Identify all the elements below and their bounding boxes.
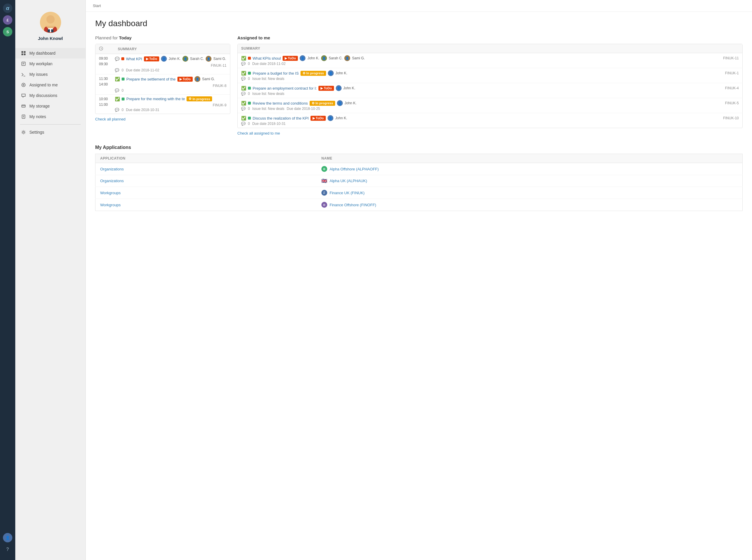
comment-count: 0 — [248, 62, 250, 66]
alpha-icon[interactable]: α — [3, 3, 12, 13]
svg-rect-11 — [21, 54, 23, 55]
user-john: John K. — [169, 57, 181, 61]
app-name-org2[interactable]: 🇬🇧 Alpha UK (ALPHAUK) — [321, 178, 738, 184]
app-name-wg2[interactable]: ⊛ Finance Offshore (FINOFF) — [321, 202, 738, 208]
comment-count: 0 — [122, 108, 124, 112]
due-date: Due date 2018-11-02 — [252, 62, 286, 66]
sidebar-item-label: My discussions — [29, 93, 57, 98]
sidebar-item-label: My dashboard — [29, 51, 56, 56]
row-sub: 💬 0 Due date 2018-11-02 — [115, 68, 226, 72]
time-start: 10:00 — [99, 96, 113, 102]
assigned-row-main: ✅ Prepare an employment contract for I: … — [241, 85, 739, 91]
pound-icon[interactable]: £ — [3, 15, 12, 25]
status-check: ✅ — [241, 101, 246, 105]
avatar-sami: 👤 — [344, 55, 350, 61]
assigned-row-main: ✅ Review the terms and conditions ⚙ In p… — [241, 100, 739, 106]
app-name-wg1[interactable]: ₣ Finance UK (FINUK) — [321, 190, 738, 196]
app-link-wg1[interactable]: Workgroups — [100, 191, 121, 195]
todo-badge: ▶ ToDo — [178, 77, 193, 82]
todo-badge: ▶ ToDo — [283, 56, 298, 61]
svg-point-17 — [22, 83, 25, 87]
sidebar-item-label: My storage — [29, 104, 49, 108]
task-title[interactable]: Prepare the settlement of the — [126, 77, 176, 81]
s-icon[interactable]: S — [3, 27, 12, 36]
status-check: ✅ — [241, 116, 246, 120]
assigned-row-sub: 💬 0 Issue list: New deals — [241, 92, 739, 96]
inprogress-badge: ⚙ In progress — [301, 71, 326, 76]
task-title[interactable]: Discuss the realization of the KPI — [252, 116, 309, 120]
row-content: ✅ Prepare for the meeting with the te ⚙ … — [115, 96, 226, 112]
color-indicator — [248, 102, 251, 105]
time-end: 14:00 — [99, 82, 113, 87]
content-area: My dashboard Planned for Today SUMMARY — [86, 12, 752, 218]
comment-count: 0 — [122, 88, 124, 93]
todo-badge: ▶ ToDo — [319, 86, 334, 91]
sidebar-item-my-discussions[interactable]: My discussions — [15, 90, 85, 101]
svg-rect-10 — [24, 51, 25, 53]
app-link-org1[interactable]: Organizations — [100, 167, 124, 171]
check-all-assigned[interactable]: Check all assigned to me — [237, 131, 280, 136]
color-indicator — [122, 98, 125, 100]
check-all-planned[interactable]: Check all planned — [95, 117, 125, 121]
task-title[interactable]: Prepare an employment contract for I: — [252, 86, 317, 91]
sidebar-item-settings[interactable]: Settings — [15, 127, 85, 138]
user-icon[interactable]: 👤 — [3, 533, 12, 542]
time-end: 11:00 — [99, 102, 113, 107]
task-title[interactable]: Review the terms and conditions — [252, 101, 308, 105]
assigned-title: Assigned to me — [237, 35, 743, 40]
help-icon[interactable]: ? — [3, 545, 12, 554]
wg-icon-offshore: ⊛ — [321, 202, 327, 208]
sidebar-item-my-issues[interactable]: My issues — [15, 69, 85, 80]
svg-rect-8 — [51, 29, 54, 32]
sidebar-item-my-notes[interactable]: My notes — [15, 111, 85, 122]
sidebar-item-my-dashboard[interactable]: My dashboard — [15, 48, 85, 58]
applications-section: My Applications APPLICATION NAME Organiz… — [95, 145, 743, 211]
color-indicator — [248, 117, 251, 120]
avatar-john: 👤 — [161, 56, 167, 62]
comment-count: 0 — [122, 68, 124, 72]
app-link-wg2[interactable]: Workgroups — [100, 203, 121, 207]
breadcrumb: Start — [86, 0, 752, 12]
color-indicator — [248, 57, 251, 60]
svg-rect-5 — [45, 27, 47, 32]
app-name-org1[interactable]: ⊕ Alpha Offshore (ALPHAOFF) — [321, 166, 738, 172]
svg-point-18 — [23, 84, 24, 85]
issue-list: Issue list: New deals — [252, 92, 284, 96]
time-start: 09:00 — [99, 56, 113, 61]
avatar-sarah: 👤 — [321, 55, 327, 61]
task-title[interactable]: What KPIs shoul — [252, 56, 281, 61]
issue-list: Issue list: New deals — [252, 77, 284, 81]
color-indicator — [122, 78, 125, 80]
sidebar-item-my-storage[interactable]: My storage — [15, 101, 85, 111]
planned-table: SUMMARY 09:00 09:30 💬 What KPI — [95, 44, 230, 114]
chat-bubble: 💬 — [241, 122, 246, 126]
row-sub: 💬 0 Due date 2018-10-31 — [115, 108, 226, 112]
todo-badge: ▶ ToDo — [144, 56, 159, 61]
sidebar-item-label: Assigned to me — [29, 83, 58, 87]
task-title[interactable]: Prepare a budget for the IS — [252, 71, 299, 76]
table-row: Organizations 🇬🇧 Alpha UK (ALPHAUK) — [96, 175, 743, 187]
color-indicator — [121, 57, 124, 60]
avatar-sarah: 👤 — [182, 56, 188, 62]
due-date: Due date 2018-11-02 — [126, 68, 159, 72]
color-indicator — [248, 72, 251, 75]
user-sarah: Sarah C. — [190, 57, 204, 61]
table-row: 10:00 11:00 ✅ Prepare for the meeting wi… — [96, 95, 230, 114]
nav-menu: My dashboard My workplan My issues Assig… — [15, 47, 85, 139]
sidebar-item-assigned-to-me[interactable]: Assigned to me — [15, 80, 85, 90]
status-check: ✅ — [241, 56, 246, 61]
comment-count: 0 — [248, 122, 250, 126]
table-row: Organizations ⊕ Alpha Offshore (ALPHAOFF… — [96, 163, 743, 175]
task-title[interactable]: What KPI — [126, 57, 142, 61]
sidebar-item-label: My notes — [29, 114, 46, 119]
table-row: ✅ Prepare a budget for the IS ⚙ In progr… — [238, 68, 742, 83]
inprogress-badge: ⚙ In progress — [186, 96, 212, 101]
sidebar-item-my-workplan[interactable]: My workplan — [15, 58, 85, 69]
chat-bubble: 💬 — [115, 88, 119, 93]
chat-bubble: 💬 — [115, 108, 119, 112]
issue-id: FINUK-8 — [213, 84, 226, 88]
app-link-org2[interactable]: Organizations — [100, 179, 124, 183]
sidebar: John Knowl My dashboard My workplan My i… — [15, 0, 86, 560]
task-title[interactable]: Prepare for the meeting with the te — [126, 97, 185, 101]
issue-id: FINUK-9 — [213, 103, 226, 107]
